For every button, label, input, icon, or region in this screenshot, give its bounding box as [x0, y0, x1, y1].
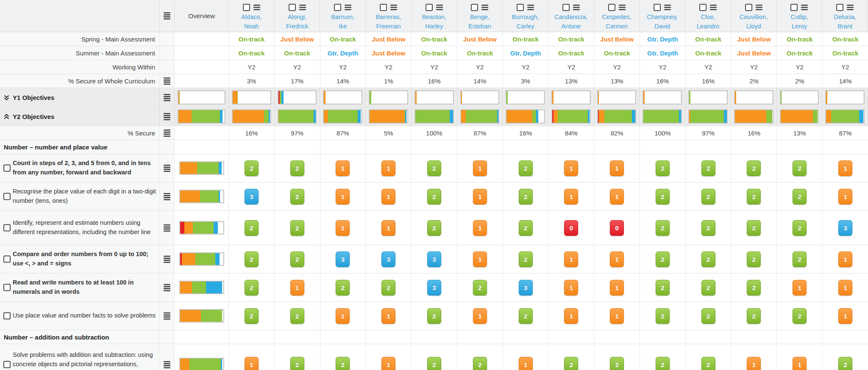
student-name[interactable]: Cutlip,	[790, 13, 808, 22]
score-badge[interactable]: 2	[519, 220, 533, 236]
objective-checkbox[interactable]	[3, 193, 11, 200]
select-student-checkbox[interactable]	[426, 4, 433, 11]
score-badge[interactable]: 2	[473, 357, 487, 370]
student-name[interactable]: Delucia,	[834, 13, 856, 22]
student-name[interactable]: David	[654, 22, 670, 31]
score-badge[interactable]: 1	[564, 308, 578, 324]
score-badge[interactable]: 2	[336, 357, 350, 370]
score-badge[interactable]: 2	[610, 357, 624, 370]
student-name[interactable]: Noah	[244, 22, 259, 31]
score-badge[interactable]: 1	[336, 160, 350, 176]
score-badge[interactable]: 3	[427, 251, 441, 267]
score-badge[interactable]: 1	[838, 189, 852, 204]
score-badge[interactable]: 1	[473, 160, 487, 176]
student-name[interactable]: Fredrick	[286, 22, 308, 31]
score-badge[interactable]: 1	[381, 308, 395, 324]
select-student-checkbox[interactable]	[790, 4, 798, 11]
score-badge[interactable]: 2	[290, 220, 304, 236]
score-badge[interactable]: 2	[519, 251, 533, 267]
score-badge[interactable]: 2	[427, 160, 441, 176]
score-badge[interactable]: 2	[245, 280, 259, 295]
select-student-checkbox[interactable]	[608, 4, 615, 11]
score-badge[interactable]: 1	[473, 220, 487, 236]
student-name[interactable]: Lloyd	[746, 22, 761, 31]
select-student-checkbox[interactable]	[289, 4, 296, 11]
score-badge[interactable]: 2	[747, 160, 761, 176]
row-menu-icon[interactable]	[164, 256, 170, 263]
score-badge[interactable]: 2	[701, 251, 715, 267]
score-badge[interactable]: 2	[519, 189, 533, 204]
student-name[interactable]: Benge,	[470, 13, 490, 22]
score-badge[interactable]: 2	[793, 220, 807, 236]
student-name[interactable]: Freeman	[376, 22, 401, 31]
score-badge[interactable]: 2	[290, 189, 304, 204]
student-name[interactable]: Barreras,	[376, 13, 401, 22]
score-badge[interactable]: 0	[610, 220, 624, 236]
score-badge[interactable]: 3	[245, 189, 259, 204]
score-badge[interactable]: 1	[245, 357, 259, 370]
student-menu-icon[interactable]	[481, 5, 488, 10]
score-badge[interactable]: 2	[701, 357, 715, 370]
score-badge[interactable]: 2	[656, 160, 670, 176]
student-menu-icon[interactable]	[253, 5, 260, 10]
score-badge[interactable]: 1	[610, 280, 624, 295]
objective-group-cell[interactable]: Y1 Objectives	[0, 88, 160, 107]
score-badge[interactable]: 1	[838, 251, 852, 267]
score-badge[interactable]: 2	[245, 220, 259, 236]
table-menu-icon[interactable]	[164, 12, 170, 19]
score-badge[interactable]: 1	[838, 160, 852, 176]
student-name[interactable]: Esteban	[468, 22, 491, 31]
score-badge[interactable]: 2	[793, 160, 807, 176]
score-badge[interactable]: 1	[610, 251, 624, 267]
student-name[interactable]: Brant	[837, 22, 852, 31]
score-badge[interactable]: 1	[610, 160, 624, 176]
student-name[interactable]: Couvillion,	[740, 13, 768, 22]
score-badge[interactable]: 2	[381, 280, 395, 295]
select-student-checkbox[interactable]	[562, 4, 570, 11]
score-badge[interactable]: 3	[336, 251, 350, 267]
score-badge[interactable]: 1	[610, 308, 624, 324]
select-student-checkbox[interactable]	[745, 4, 752, 11]
score-badge[interactable]: 3	[838, 220, 852, 236]
score-badge[interactable]: 1	[564, 251, 578, 267]
student-name[interactable]: Ike	[339, 22, 347, 31]
student-menu-icon[interactable]	[756, 5, 762, 10]
score-badge[interactable]: 2	[747, 251, 761, 267]
objective-checkbox[interactable]	[3, 361, 11, 368]
student-menu-icon[interactable]	[527, 5, 534, 10]
score-badge[interactable]: 2	[427, 220, 441, 236]
score-badge[interactable]: 1	[381, 220, 395, 236]
select-student-checkbox[interactable]	[380, 4, 387, 11]
row-menu-icon[interactable]	[164, 94, 170, 101]
select-student-checkbox[interactable]	[836, 4, 843, 11]
student-name[interactable]: Antone	[561, 22, 581, 31]
score-badge[interactable]: 2	[245, 308, 259, 324]
score-badge[interactable]: 3	[381, 251, 395, 267]
score-badge[interactable]: 2	[473, 280, 487, 295]
student-menu-icon[interactable]	[436, 5, 443, 10]
select-student-checkbox[interactable]	[699, 4, 707, 11]
score-badge[interactable]: 1	[793, 357, 807, 370]
student-name[interactable]: Beaston,	[422, 13, 446, 22]
score-badge[interactable]: 3	[427, 280, 441, 295]
row-menu-icon[interactable]	[164, 224, 170, 232]
select-student-checkbox[interactable]	[517, 4, 524, 11]
student-name[interactable]: Barnum,	[331, 13, 354, 22]
score-badge[interactable]: 0	[564, 220, 578, 236]
score-badge[interactable]: 1	[838, 280, 852, 295]
score-badge[interactable]: 1	[381, 357, 395, 370]
row-menu-icon[interactable]	[164, 130, 170, 137]
score-badge[interactable]: 2	[838, 357, 852, 370]
score-badge[interactable]: 2	[290, 308, 304, 324]
score-badge[interactable]: 2	[564, 357, 578, 370]
score-badge[interactable]: 2	[701, 220, 715, 236]
score-badge[interactable]: 2	[427, 357, 441, 370]
score-badge[interactable]: 2	[519, 160, 533, 176]
score-badge[interactable]: 2	[336, 280, 350, 295]
row-menu-icon[interactable]	[164, 165, 170, 172]
score-badge[interactable]: 2	[290, 160, 304, 176]
student-name[interactable]: Carley	[517, 22, 534, 31]
score-badge[interactable]: 2	[245, 251, 259, 267]
row-menu-icon[interactable]	[164, 113, 170, 120]
double-chevron-down-icon[interactable]	[3, 94, 10, 101]
